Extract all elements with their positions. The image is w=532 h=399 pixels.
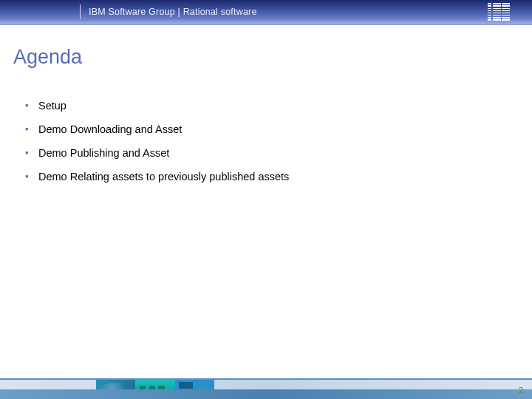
bullet-list: Setup Demo Downloading and Asset Demo Pu… — [13, 100, 525, 183]
list-item: Demo Relating assets to previously publi… — [25, 171, 525, 183]
footer-image-strip-icon — [96, 380, 214, 399]
slide-title: Agenda — [13, 46, 525, 69]
list-item: Setup — [25, 100, 525, 112]
page-number: 2 — [519, 386, 523, 395]
header-title: IBM Software Group | Rational software — [89, 7, 257, 17]
footer-band — [0, 380, 532, 399]
list-item: Demo Downloading and Asset — [25, 123, 525, 135]
ibm-logo-icon — [488, 3, 510, 20]
footer-bar — [0, 378, 532, 399]
slide-content: Agenda Setup Demo Downloading and Asset … — [0, 25, 532, 399]
slide: IBM Software Group | Rational software A… — [0, 0, 532, 399]
header-bar: IBM Software Group | Rational software — [0, 0, 532, 25]
header-divider — [80, 4, 81, 19]
list-item: Demo Publishing and Asset — [25, 147, 525, 159]
